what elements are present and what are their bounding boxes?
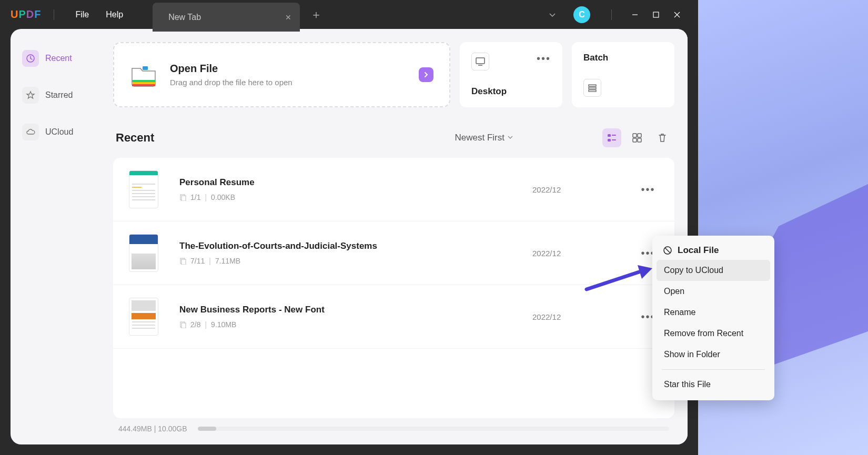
file-pages: 2/8 — [190, 320, 200, 329]
clock-icon — [22, 50, 39, 67]
chevron-down-icon — [508, 136, 513, 140]
svg-rect-25 — [181, 323, 186, 328]
svg-rect-23 — [181, 259, 186, 265]
context-rename[interactable]: Rename — [657, 302, 770, 323]
titlebar: UPDF File Help New Tab ✕ ＋ C — [0, 0, 698, 29]
storage-track — [198, 427, 669, 431]
content-area: Recent Starred UCloud — [11, 29, 688, 444]
svg-rect-18 — [633, 138, 637, 142]
file-date: 2022/12 — [532, 249, 638, 258]
avatar[interactable]: C — [573, 6, 590, 23]
top-cards: Open File Drag and drop the file here to… — [113, 42, 674, 107]
svg-rect-15 — [612, 139, 616, 140]
context-remove[interactable]: Remove from Recent — [657, 323, 770, 344]
main: Open File Drag and drop the file here to… — [100, 29, 688, 444]
svg-rect-4 — [132, 82, 155, 84]
file-row[interactable]: New Business Reports - New Font 2/8 | 9.… — [113, 285, 674, 349]
sidebar-item-label: Starred — [45, 90, 73, 100]
svg-rect-19 — [638, 138, 641, 142]
open-file-card[interactable]: Open File Drag and drop the file here to… — [113, 42, 450, 107]
pages-icon — [179, 194, 186, 201]
monitor-icon — [471, 53, 489, 70]
svg-rect-3 — [132, 84, 155, 86]
tab-newtab[interactable]: New Tab ✕ — [153, 3, 300, 32]
context-star[interactable]: Star this File — [657, 374, 770, 395]
sort-dropdown[interactable]: Newest First — [455, 133, 513, 143]
close-button[interactable] — [667, 7, 688, 23]
svg-rect-9 — [589, 85, 596, 86]
card-title: Batch — [583, 53, 663, 63]
file-pages: 7/11 — [190, 257, 205, 265]
file-thumbnail — [129, 234, 158, 272]
file-date: 2022/12 — [532, 185, 638, 194]
app-window: UPDF File Help New Tab ✕ ＋ C — [0, 0, 698, 455]
svg-rect-6 — [143, 66, 148, 70]
batch-card[interactable]: Batch — [572, 42, 674, 107]
chevron-right-icon[interactable] — [419, 67, 433, 82]
stack-icon — [583, 79, 601, 97]
grid-view-button[interactable] — [628, 128, 647, 147]
file-size: 7.11MB — [215, 257, 240, 265]
context-header: Local File — [657, 241, 770, 260]
svg-rect-21 — [181, 196, 186, 201]
divider — [611, 9, 612, 20]
sidebar-item-starred[interactable]: Starred — [16, 82, 95, 109]
menu-help[interactable]: Help — [97, 7, 132, 23]
svg-rect-12 — [608, 134, 611, 137]
sort-label: Newest First — [455, 133, 504, 143]
section-header: Recent Newest First — [113, 128, 674, 147]
context-open[interactable]: Open — [657, 281, 770, 302]
svg-rect-7 — [476, 58, 485, 64]
trash-button[interactable] — [653, 128, 672, 147]
menu-file[interactable]: File — [67, 7, 97, 23]
context-copy-to-ucloud[interactable]: Copy to UCloud — [657, 260, 770, 281]
sidebar-item-recent[interactable]: Recent — [16, 45, 95, 72]
list-view-button[interactable] — [602, 128, 621, 147]
pages-icon — [179, 258, 186, 265]
svg-line-27 — [665, 248, 670, 253]
sidebar-item-ucloud[interactable]: UCloud — [16, 118, 95, 146]
sidebar: Recent Starred UCloud — [11, 29, 100, 444]
more-icon[interactable]: ••• — [638, 184, 659, 196]
file-name: New Business Reports - New Font — [179, 305, 532, 315]
svg-rect-11 — [589, 90, 596, 92]
open-file-subtitle: Drag and drop the file here to open — [170, 78, 406, 87]
file-name: The-Evolution-of-Courts-and-Judicial-Sys… — [179, 241, 532, 251]
close-icon[interactable]: ✕ — [285, 13, 291, 22]
file-thumbnail — [129, 298, 158, 336]
svg-rect-5 — [132, 80, 155, 82]
separator — [662, 369, 765, 370]
storage-text: 444.49MB | 10.00GB — [118, 424, 187, 433]
svg-rect-16 — [633, 134, 637, 137]
star-icon — [22, 87, 39, 104]
context-menu: Local File Copy to UCloud Open Rename Re… — [652, 236, 774, 400]
file-row[interactable]: Personal Resume 1/1 | 0.00KB 2022/12 ••• — [113, 158, 674, 221]
svg-rect-14 — [608, 139, 611, 141]
svg-rect-13 — [612, 135, 616, 136]
file-name: Personal Resume — [179, 177, 532, 188]
svg-rect-10 — [589, 87, 596, 89]
sidebar-item-label: UCloud — [45, 127, 73, 137]
storage-bar: 444.49MB | 10.00GB — [113, 418, 674, 439]
file-size: 9.10MB — [211, 320, 236, 329]
file-thumbnail — [129, 170, 158, 208]
annotation-arrow — [584, 263, 658, 295]
divider — [54, 9, 54, 20]
minimize-button[interactable] — [624, 7, 645, 23]
card-title: Desktop — [471, 86, 551, 97]
tab-title: New Tab — [168, 13, 201, 22]
chevron-down-icon[interactable] — [548, 11, 557, 19]
file-date: 2022/12 — [532, 312, 638, 321]
local-file-icon — [663, 246, 672, 255]
desktop-card[interactable]: ••• Desktop — [460, 42, 562, 107]
file-size: 0.00KB — [211, 193, 235, 201]
maximize-button[interactable] — [645, 7, 667, 23]
svg-rect-17 — [638, 134, 641, 137]
folder-icon — [130, 62, 157, 87]
more-icon[interactable]: ••• — [537, 53, 551, 65]
section-title: Recent — [116, 131, 154, 145]
add-tab-button[interactable]: ＋ — [310, 7, 322, 23]
sidebar-item-label: Recent — [45, 54, 72, 63]
storage-fill — [198, 427, 217, 431]
context-show-folder[interactable]: Show in Folder — [657, 344, 770, 365]
